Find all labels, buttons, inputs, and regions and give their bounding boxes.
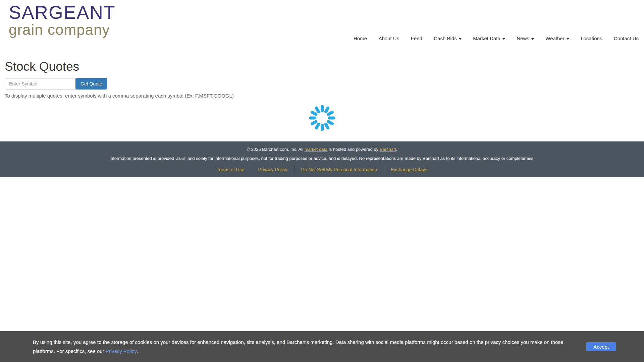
- site-footer: © 2026 Barchart.com, Inc. All market dat…: [0, 141, 644, 177]
- quote-form: Get Quote: [5, 78, 639, 89]
- caret-down-icon: [459, 38, 462, 40]
- logo-subtitle: grain company: [9, 22, 116, 37]
- symbol-help-text: To display multiple quotes, enter symbol…: [5, 93, 639, 99]
- caret-down-icon: [567, 38, 569, 40]
- market-data-link[interactable]: market data: [305, 147, 328, 152]
- cookie-privacy-policy-link[interactable]: Privacy Policy: [106, 348, 137, 354]
- footer-links: Terms of UsePrivacy PolicyDo Not Sell My…: [210, 165, 434, 174]
- copyright-text: .: [396, 147, 397, 152]
- copyright-text: is hosted and powered by: [327, 147, 379, 152]
- nav-item-label: News: [517, 36, 529, 41]
- nav-item-feed[interactable]: Feed: [411, 36, 422, 41]
- nav-item-cash-bids[interactable]: Cash Bids: [434, 36, 461, 41]
- cookie-consent-text: By using this site, you agree to the sto…: [33, 338, 570, 356]
- nav-item-label: Cash Bids: [434, 36, 457, 41]
- spinner-blade: [321, 105, 324, 112]
- page-title: Stock Quotes: [5, 60, 639, 73]
- nav-item-about-us[interactable]: About Us: [378, 36, 399, 41]
- cookie-consent-banner: By using this site, you agree to the sto…: [0, 331, 644, 362]
- main-content: Stock Quotes Get Quote To display multip…: [0, 60, 644, 131]
- nav-item-market-data[interactable]: Market Data: [473, 36, 505, 41]
- cookie-text-segment: .: [137, 348, 138, 354]
- terms-of-use-link[interactable]: Terms of Use: [210, 165, 251, 174]
- company-logo[interactable]: SARGEANT grain company: [9, 3, 116, 37]
- copyright-text: © 2026 Barchart.com, Inc. All: [247, 147, 305, 152]
- main-nav: Home About Us Feed Cash Bids Market Data…: [354, 36, 639, 42]
- caret-down-icon: [502, 38, 505, 40]
- nav-item-label: Market Data: [473, 36, 500, 41]
- loading-spinner: [309, 105, 335, 131]
- spinner-blade: [309, 116, 316, 119]
- exchange-delays-link[interactable]: Exchange Delays: [384, 165, 434, 174]
- privacy-policy-link[interactable]: Privacy Policy: [251, 165, 294, 174]
- do-not-sell-link[interactable]: Do Not Sell My Personal Information: [294, 165, 384, 174]
- nav-item-label: Weather: [545, 36, 564, 41]
- nav-item-home[interactable]: Home: [354, 36, 367, 41]
- accept-cookies-button[interactable]: Accept: [586, 342, 616, 351]
- get-quote-button[interactable]: Get Quote: [75, 78, 107, 89]
- barchart-link[interactable]: Barchart: [380, 147, 396, 152]
- disclaimer-text: Information presented is provided 'as-is…: [0, 156, 644, 161]
- copyright-line: © 2026 Barchart.com, Inc. All market dat…: [0, 147, 644, 152]
- nav-item-contact-us[interactable]: Contact Us: [614, 36, 639, 41]
- nav-item-locations[interactable]: Locations: [581, 36, 602, 41]
- spinner-blade: [328, 116, 335, 119]
- nav-item-weather[interactable]: Weather: [545, 36, 569, 41]
- logo-title: SARGEANT: [9, 3, 116, 22]
- site-header: SARGEANT grain company Home About Us Fee…: [0, 0, 644, 47]
- symbol-input[interactable]: [5, 78, 76, 89]
- nav-item-news[interactable]: News: [517, 36, 534, 41]
- spinner-blade: [321, 124, 324, 131]
- caret-down-icon: [531, 38, 534, 40]
